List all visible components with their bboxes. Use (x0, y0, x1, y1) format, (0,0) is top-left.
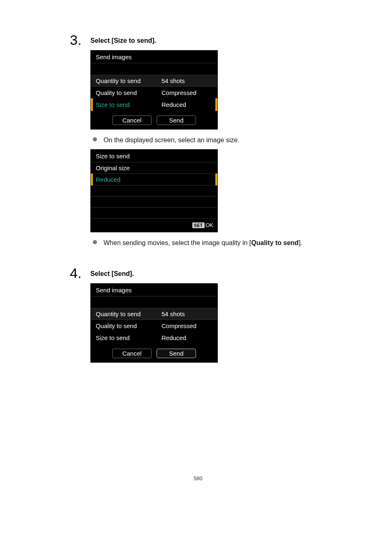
size-value: Reduced (161, 101, 212, 108)
quantity-row-b: Quantity to send 54 shots (91, 308, 217, 320)
camera-screen-send-images-a: Send images Quantity to send 54 shots Qu… (90, 50, 218, 130)
quantity-label: Quantity to send (96, 77, 161, 84)
ok-label: OK (205, 222, 213, 228)
quality-value: Compressed (161, 89, 212, 96)
step-4-heading: Select [Send]. (90, 270, 326, 278)
button-row: Cancel Send (91, 111, 217, 129)
note-quality-to-send: When sending movies, select the image qu… (90, 238, 326, 248)
cancel-button-b: Cancel (112, 349, 152, 358)
quantity-value: 54 shots (161, 77, 212, 84)
page-content: 3. Select [Size to send]. Send images Qu… (0, 0, 392, 506)
step-4: 4. Select [Send]. Send images Quantity t… (70, 266, 326, 368)
camera-screen-send-images-b: Send images Quantity to send 54 shots Qu… (90, 283, 218, 363)
quality-row: Quality to send Compressed (91, 87, 217, 99)
screen-title: Send images (91, 51, 217, 63)
set-badge: SET (192, 222, 205, 228)
size-row-b: Size to send Reduced (91, 332, 217, 344)
step-3: 3. Select [Size to send]. Send images Qu… (70, 33, 326, 252)
quantity-label-b: Quantity to send (96, 310, 161, 317)
step-4-body: Select [Send]. Send images Quantity to s… (90, 266, 326, 368)
step-number-3: 3. (70, 33, 90, 47)
size-value-b: Reduced (161, 334, 212, 341)
size-select-title: Size to send (91, 150, 217, 162)
send-button: Send (157, 116, 196, 125)
empty-row-3 (91, 208, 217, 219)
quality-value-b: Compressed (161, 322, 212, 329)
page-number: 580 (70, 475, 326, 481)
quality-label: Quality to send (96, 89, 161, 96)
send-button-b: Send (157, 349, 196, 358)
step-number-4: 4. (70, 266, 90, 280)
button-row-b: Cancel Send (91, 344, 217, 362)
camera-screen-size-select: Size to send Original size Reduced SETOK (90, 149, 218, 232)
size-label: Size to send (96, 101, 161, 108)
option-original-size: Original size (91, 162, 217, 174)
screen-spacer-b (91, 296, 217, 308)
note2-bold: Quality to send (251, 239, 299, 246)
empty-row-1 (91, 185, 217, 197)
notes-list-1: On the displayed screen, select an image… (90, 135, 326, 145)
quality-row-b: Quality to send Compressed (91, 320, 217, 332)
set-ok-footer: SETOK (91, 219, 217, 232)
empty-row-2 (91, 197, 217, 208)
size-row-selected: Size to send Reduced (91, 99, 217, 111)
quantity-value-b: 54 shots (161, 310, 212, 317)
note2-prefix: When sending movies, select the image qu… (104, 239, 251, 246)
quality-label-b: Quality to send (96, 322, 161, 329)
notes-list-2: When sending movies, select the image qu… (90, 238, 326, 248)
screen-spacer (91, 63, 217, 75)
option-reduced: Reduced (91, 174, 217, 185)
step-3-body: Select [Size to send]. Send images Quant… (90, 33, 326, 252)
quantity-row: Quantity to send 54 shots (91, 75, 217, 87)
screen-title-b: Send images (91, 284, 217, 296)
note2-suffix: ]. (299, 239, 302, 246)
cancel-button: Cancel (112, 116, 152, 125)
step-3-heading: Select [Size to send]. (90, 37, 326, 44)
note-select-size: On the displayed screen, select an image… (90, 135, 326, 145)
size-label-b: Size to send (96, 334, 161, 341)
